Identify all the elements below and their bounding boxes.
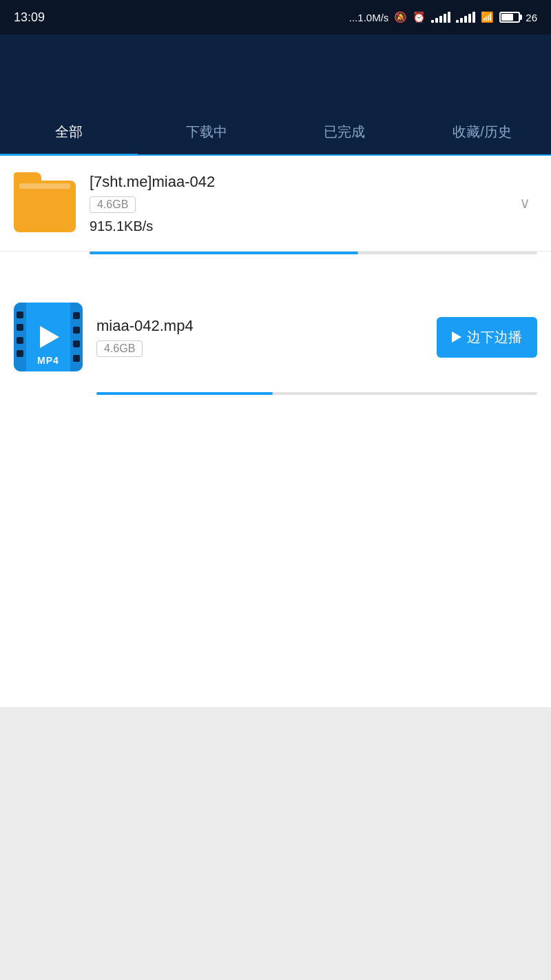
signal-icon-2 [456,12,475,23]
mp4-label: MP4 [37,355,59,366]
folder-progress-section [0,252,551,254]
content-area: [7sht.me]miaa-042 4.6GB 915.1KB/s ∨ [0,156,551,707]
play-icon [40,326,59,348]
time: 13:09 [14,10,45,25]
film-strip-right [70,303,83,371]
mp4-item-info: miaa-042.mp4 4.6GB [96,317,430,357]
folder-progress-track [90,252,537,254]
folder-icon [14,172,76,234]
tab-favorites[interactable]: 收藏/历史 [413,110,551,154]
mp4-download-item[interactable]: MP4 miaa-042.mp4 4.6GB 边下边播 [0,289,551,385]
mp4-icon: MP4 [14,303,83,371]
stream-button-label: 边下边播 [467,328,522,347]
tab-bar: 全部 下载中 已完成 收藏/历史 [0,110,551,156]
content-whitespace [0,395,551,636]
status-bar: 13:09 ...1.0M/s 🔕 ⏰ 📶 26 [0,0,551,34]
folder-item-info: [7sht.me]miaa-042 4.6GB 915.1KB/s [90,173,512,234]
tab-completed[interactable]: 已完成 [276,110,413,154]
app-header [0,34,551,110]
stream-play-icon [452,331,461,343]
folder-size: 4.6GB [90,196,136,213]
folder-download-item[interactable]: [7sht.me]miaa-042 4.6GB 915.1KB/s ∨ [0,156,551,252]
folder-name: [7sht.me]miaa-042 [90,173,512,191]
section-divider [0,268,551,289]
mp4-name: miaa-042.mp4 [96,317,430,335]
chevron-down-icon[interactable]: ∨ [512,187,537,219]
alarm-icon: ⏰ [413,11,426,23]
bottom-area [0,707,551,980]
battery-icon [499,12,520,23]
battery-level: 26 [526,12,537,23]
wifi-icon: 📶 [481,11,494,23]
bell-icon: 🔕 [394,11,407,23]
mp4-size: 4.6GB [96,340,143,357]
status-icons: ...1.0M/s 🔕 ⏰ 📶 26 [349,11,537,23]
network-speed: ...1.0M/s [349,12,389,23]
stream-play-button[interactable]: 边下边播 [437,317,537,358]
signal-icon-1 [431,12,450,23]
tab-all[interactable]: 全部 [0,110,138,156]
folder-speed: 915.1KB/s [90,218,512,234]
film-strip-left [14,303,26,371]
folder-progress-fill [90,252,358,254]
tab-downloading[interactable]: 下载中 [138,110,276,154]
